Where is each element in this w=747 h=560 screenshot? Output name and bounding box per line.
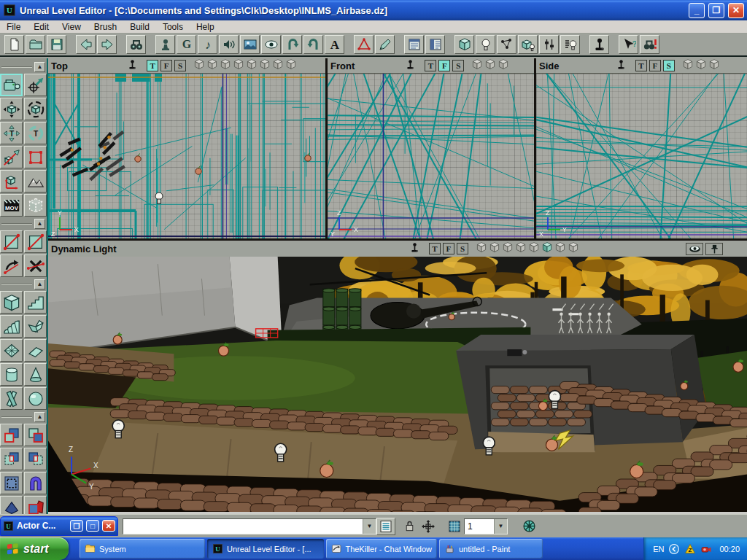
music-browser-button[interactable] xyxy=(198,35,217,54)
render-mode-cube-button[interactable] xyxy=(246,58,258,73)
back-button[interactable] xyxy=(76,35,96,54)
open-map-button[interactable] xyxy=(26,35,45,54)
animation-browser-button[interactable] xyxy=(282,35,302,54)
render-mode-cube-button[interactable] xyxy=(272,58,284,73)
context-help-button[interactable] xyxy=(619,35,638,54)
texture-pan-button[interactable] xyxy=(0,122,23,144)
menu-tools[interactable]: Tools xyxy=(156,21,190,33)
actor-window-maximize-button[interactable]: □ xyxy=(86,520,99,532)
view-mode-t-button[interactable]: T xyxy=(635,60,647,71)
actor-classes-window[interactable]: Actor C... ❐ □ ✕ xyxy=(0,516,118,536)
render-mode-cube-button[interactable] xyxy=(515,241,527,256)
code-editor-button[interactable] xyxy=(404,35,424,54)
hide-notifications-icon[interactable] xyxy=(668,543,680,555)
render-mode-cube-button[interactable] xyxy=(476,241,487,256)
menu-help[interactable]: Help xyxy=(190,21,221,33)
brush-move-button[interactable] xyxy=(0,98,23,120)
collapse-group-button[interactable]: ▲ xyxy=(34,219,45,229)
new-map-button[interactable] xyxy=(4,35,24,54)
render-mode-cube-button[interactable] xyxy=(502,241,514,256)
minimize-button[interactable]: _ xyxy=(689,3,705,18)
language-indicator[interactable]: EN xyxy=(653,545,664,553)
curved-stair-builder-button[interactable] xyxy=(0,315,23,338)
view-mode-t-button[interactable]: T xyxy=(425,60,436,71)
render-mode-cube-button[interactable] xyxy=(528,241,540,256)
viewport-side-canvas[interactable] xyxy=(536,74,747,238)
viewport-side-body[interactable] xyxy=(536,73,747,238)
add-volume-button[interactable] xyxy=(24,496,47,514)
texture-browser-button[interactable] xyxy=(240,35,260,54)
clip-flip-button[interactable] xyxy=(0,254,23,277)
render-mode-cube-button[interactable] xyxy=(206,58,218,73)
add-special-brush-button[interactable] xyxy=(0,472,23,494)
menu-view[interactable]: View xyxy=(55,21,88,33)
build-options-button[interactable] xyxy=(539,35,559,54)
restore-button[interactable]: ❐ xyxy=(708,3,724,18)
stair-builder-button[interactable] xyxy=(24,291,47,314)
actor-align-button[interactable] xyxy=(419,518,438,535)
actor-window-close-button[interactable]: ✕ xyxy=(102,520,115,532)
task-chat[interactable]: TheKiller - Chat Window xyxy=(326,539,437,559)
render-mode-cube-button[interactable] xyxy=(489,241,500,256)
render-mode-cube-button[interactable] xyxy=(682,58,694,73)
rebuild-all-button[interactable] xyxy=(560,35,580,54)
render-mode-cube-button[interactable] xyxy=(695,58,707,73)
play-map-button[interactable] xyxy=(589,35,609,54)
perspective-scene[interactable]: Z X Y xyxy=(48,257,747,512)
forward-button[interactable] xyxy=(97,35,117,54)
actor-class-browser-button[interactable] xyxy=(155,35,175,54)
viewport-perspective-body[interactable]: Z X Y xyxy=(48,257,747,514)
render-mode-cube-button[interactable] xyxy=(484,58,496,73)
volumetric-builder-button[interactable] xyxy=(0,387,23,410)
group-browser-button[interactable] xyxy=(177,35,196,54)
csg-deintersect-button[interactable] xyxy=(24,448,47,470)
grid-size-dropdown-arrow[interactable]: ▼ xyxy=(494,519,507,534)
view-mode-s-button[interactable]: S xyxy=(457,243,468,254)
show-actors-button[interactable] xyxy=(686,243,703,255)
rebuild-selected-button[interactable] xyxy=(518,35,538,54)
menu-file[interactable]: File xyxy=(0,21,27,33)
menu-build[interactable]: Build xyxy=(123,21,156,33)
mesh-editor-button[interactable] xyxy=(354,35,374,54)
cube-builder-button[interactable] xyxy=(0,291,23,314)
class-search-combobox[interactable]: ▼ xyxy=(123,518,376,534)
grid-snap-button[interactable] xyxy=(445,518,464,535)
search-for-actors-button[interactable] xyxy=(640,35,659,54)
render-mode-cube-button[interactable] xyxy=(541,241,553,256)
render-mode-cube-button[interactable] xyxy=(498,58,509,73)
combobox-dropdown-arrow[interactable]: ▼ xyxy=(363,519,376,534)
spiral-stair-builder-button[interactable] xyxy=(24,315,47,338)
viewport-front-body[interactable] xyxy=(328,73,534,238)
render-mode-cube-button[interactable] xyxy=(471,58,483,73)
grid-size-select[interactable]: 1 ▼ xyxy=(464,518,508,534)
collapse-group-button[interactable]: ▲ xyxy=(34,62,45,72)
clip-delete-button[interactable] xyxy=(24,254,47,277)
clip-add-marker-button[interactable] xyxy=(0,230,23,253)
render-mode-cube-button[interactable] xyxy=(554,241,566,256)
brush-scale-button[interactable] xyxy=(0,146,23,168)
csg-add-button[interactable] xyxy=(0,424,23,446)
vertex-edit-button[interactable] xyxy=(24,74,47,96)
tessellated-sheet-builder-button[interactable] xyxy=(0,339,23,362)
add-mover-brush-button[interactable] xyxy=(24,472,47,494)
render-mode-cube-button[interactable] xyxy=(220,58,231,73)
render-mode-cube-button[interactable] xyxy=(708,58,720,73)
viewport-top-canvas[interactable] xyxy=(48,74,325,238)
render-mode-cube-button[interactable] xyxy=(568,241,579,256)
task-unreal[interactable]: Unreal Level Editor - [... xyxy=(207,539,324,559)
rebuild-geometry-button[interactable] xyxy=(454,35,474,54)
rebuild-lighting-button[interactable] xyxy=(476,35,495,54)
view-mode-f-button[interactable]: F xyxy=(160,60,172,71)
collapse-group-button[interactable]: ▲ xyxy=(34,412,45,422)
close-button[interactable]: ✕ xyxy=(728,3,744,18)
view-mode-f-button[interactable]: F xyxy=(438,60,450,71)
brush-rotate-button[interactable] xyxy=(24,98,47,120)
render-mode-cube-button[interactable] xyxy=(285,58,297,73)
rebuild-paths-button[interactable] xyxy=(497,35,516,54)
menu-edit[interactable]: Edit xyxy=(27,21,55,33)
rotation-grid-button[interactable] xyxy=(519,518,538,535)
view-mode-f-button[interactable]: F xyxy=(443,243,454,254)
mesh-viewer-button[interactable] xyxy=(261,35,281,54)
actor-properties-panel-button[interactable] xyxy=(425,35,445,54)
realtime-preview-button[interactable] xyxy=(409,242,420,256)
